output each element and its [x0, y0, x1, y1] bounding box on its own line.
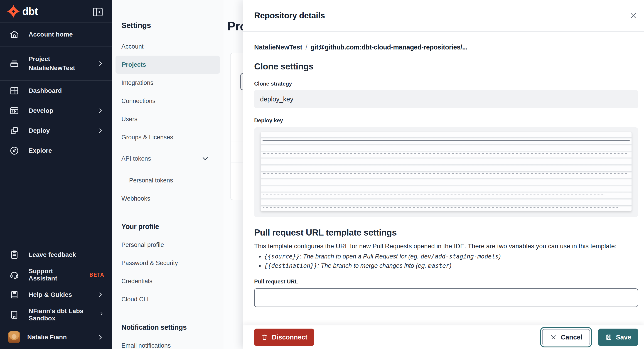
panel-footer: Disconnect Cancel Save — [243, 325, 644, 349]
sidebar-item-label: Account home — [28, 31, 72, 38]
panel-body: NatalieNewTest / git@github.com:dbt-clou… — [243, 32, 644, 325]
disconnect-label: Disconnect — [272, 334, 307, 341]
sidebar-item-develop[interactable]: Develop — [0, 101, 112, 121]
close-icon[interactable] — [630, 12, 637, 20]
settings-nav-item-credentials[interactable]: Credentials — [112, 272, 224, 290]
sidebar-item-label: Project NatalieNewTest — [28, 54, 75, 72]
settings-nav-item-api-tokens[interactable]: API tokens — [112, 150, 224, 168]
settings-nav-item-projects[interactable]: Projects — [116, 56, 220, 74]
settings-nav-item-email-notifications[interactable]: Email notifications — [112, 336, 224, 349]
clone-strategy-input: deploy_key — [254, 90, 638, 108]
settings-nav-item-groups-licenses[interactable]: Groups & Licenses — [112, 128, 224, 146]
project-icon — [9, 58, 20, 69]
pull-request-url-input[interactable] — [254, 288, 638, 307]
chevron-right-icon — [99, 311, 104, 318]
avatar — [8, 331, 20, 343]
deploy-key-redacted-content — [260, 132, 632, 211]
sidebar: dbt Account home Project — [0, 0, 112, 349]
sidebar-item-label: Support Assistant — [28, 268, 77, 282]
pr-variable-destination: {{destination}}: The branch to merge cha… — [264, 262, 638, 269]
sidebar-item-label: NFiann's dbt Labs Sandbox — [28, 308, 90, 322]
save-disk-icon — [605, 334, 612, 341]
settings-nav: Settings Account Projects Integrations C… — [112, 0, 224, 349]
chevron-right-icon — [97, 291, 104, 298]
settings-nav-item-personal-tokens[interactable]: Personal tokens — [112, 171, 224, 190]
dbt-logo-text: dbt — [22, 5, 38, 18]
building-icon — [9, 310, 20, 320]
settings-nav-heading: Settings — [122, 21, 224, 30]
sidebar-item-account-home[interactable]: Account home — [0, 23, 112, 46]
user-name: Natalie Fiann — [27, 334, 67, 341]
sidebar-item-dashboard[interactable]: Dashboard — [0, 81, 112, 101]
breadcrumb: NatalieNewTest / git@github.com:dbt-clou… — [254, 44, 638, 51]
settings-nav-item-integrations[interactable]: Integrations — [112, 74, 224, 92]
sidebar-item-leave-feedback[interactable]: Leave feedback — [0, 245, 112, 265]
sidebar-item-explore[interactable]: Explore — [0, 141, 112, 161]
deploy-key-label: Deploy key — [254, 117, 638, 124]
clone-settings-heading: Clone settings — [254, 62, 638, 72]
sidebar-spacer — [0, 161, 112, 245]
save-label: Save — [616, 334, 631, 341]
deploy-icon — [9, 126, 20, 136]
repository-details-panel: Repository details NatalieNewTest / git@… — [243, 0, 644, 349]
sidebar-logo-row: dbt — [0, 0, 112, 23]
chevron-right-icon — [97, 60, 104, 67]
breadcrumb-project: NatalieNewTest — [254, 44, 302, 51]
notification-settings-heading: Notification settings — [122, 323, 224, 332]
explore-icon — [9, 146, 20, 156]
settings-nav-item-connections[interactable]: Connections — [112, 92, 224, 110]
chevron-right-icon — [97, 107, 104, 114]
sidebar-item-support-assistant[interactable]: Support Assistant BETA — [0, 265, 112, 285]
pr-template-variables-list: {{source}}: The branch to open a Pull Re… — [264, 253, 638, 269]
settings-nav-item-password-security[interactable]: Password & Security — [112, 254, 224, 272]
sidebar-item-project[interactable]: Project NatalieNewTest — [0, 46, 112, 81]
sidebar-item-label: Help & Guides — [28, 291, 72, 298]
sidebar-item-label: Leave feedback — [28, 251, 76, 258]
pull-request-url-label: Pull request URL — [254, 278, 638, 285]
collapse-sidebar-button[interactable] — [92, 6, 104, 16]
cancel-label: Cancel — [561, 334, 582, 341]
sidebar-user-menu[interactable]: Natalie Fiann — [0, 325, 112, 349]
pr-template-heading: Pull request URL template settings — [254, 228, 638, 238]
headset-icon — [9, 270, 20, 280]
sidebar-item-label: Develop — [28, 107, 53, 114]
sidebar-item-sandbox-account[interactable]: NFiann's dbt Labs Sandbox — [0, 305, 112, 325]
book-icon — [9, 290, 20, 300]
save-button[interactable]: Save — [598, 328, 638, 346]
panel-title: Repository details — [254, 11, 325, 20]
your-profile-heading: Your profile — [122, 222, 224, 231]
chevron-down-icon — [201, 154, 210, 163]
sidebar-item-label: Dashboard — [28, 87, 62, 94]
app-root: dbt Account home Project — [0, 0, 644, 349]
disconnect-button[interactable]: Disconnect — [254, 328, 314, 346]
settings-nav-item-webhooks[interactable]: Webhooks — [112, 190, 224, 208]
deploy-key-field[interactable] — [254, 127, 638, 217]
pr-variable-source: {{source}}: The branch to open a Pull Re… — [264, 253, 638, 260]
clipboard-icon — [9, 250, 20, 260]
settings-nav-item-personal-profile[interactable]: Personal profile — [112, 236, 224, 254]
chevron-right-icon — [97, 127, 104, 134]
breadcrumb-repo-url: git@github.com:dbt-cloud-managed-reposit… — [310, 44, 468, 51]
settings-nav-item-account[interactable]: Account — [112, 38, 224, 56]
dashboard-icon — [9, 86, 20, 96]
sidebar-item-label: Explore — [28, 147, 52, 154]
settings-nav-item-cloud-cli[interactable]: Cloud CLI — [112, 290, 224, 308]
clone-strategy-label: Clone strategy — [254, 80, 638, 87]
sidebar-item-help-guides[interactable]: Help & Guides — [0, 285, 112, 305]
chevron-right-icon — [97, 334, 104, 341]
trash-icon — [261, 334, 268, 341]
dbt-logo-icon — [7, 5, 20, 18]
panel-header: Repository details — [243, 0, 644, 32]
cancel-button[interactable]: Cancel — [542, 329, 590, 345]
develop-icon — [9, 106, 20, 116]
breadcrumb-separator: / — [306, 44, 307, 51]
sidebar-item-label: Deploy — [28, 127, 50, 134]
pr-template-description: This template configures the URL for new… — [254, 242, 638, 250]
settings-nav-item-users[interactable]: Users — [112, 110, 224, 128]
beta-badge: BETA — [90, 272, 104, 278]
x-icon — [550, 334, 557, 341]
home-icon — [9, 29, 20, 40]
sidebar-item-deploy[interactable]: Deploy — [0, 121, 112, 141]
